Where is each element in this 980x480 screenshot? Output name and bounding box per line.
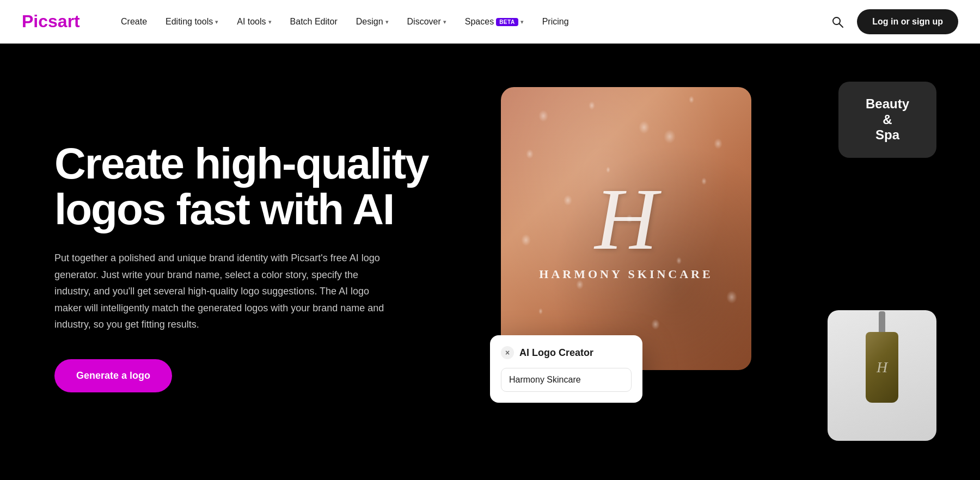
product-bottle: H xyxy=(860,332,904,419)
nav-design[interactable]: Design ▾ xyxy=(348,13,396,31)
popup-close-button[interactable]: × xyxy=(501,346,514,359)
navbar: Picsart Create Editing tools ▾ AI tools … xyxy=(0,0,980,44)
nav-pricing[interactable]: Pricing xyxy=(535,13,577,31)
nav-ai-tools[interactable]: AI tools ▾ xyxy=(229,13,279,31)
ai-logo-popup: × AI Logo Creator xyxy=(490,335,642,403)
spaces-beta-badge: BETA xyxy=(496,18,518,26)
hero-title: Create high-quality logos fast with AI xyxy=(54,141,436,232)
svg-line-2 xyxy=(840,24,843,28)
logo-brand-name: Harmony Skincare xyxy=(539,267,713,281)
bottle-pump xyxy=(879,311,885,333)
chevron-down-icon: ▾ xyxy=(215,19,218,26)
svg-text:Picsart: Picsart xyxy=(22,11,80,30)
beauty-spa-text: Beauty & Spa xyxy=(866,96,909,143)
nav-create[interactable]: Create xyxy=(113,13,155,31)
login-button[interactable]: Log in or sign up xyxy=(857,9,958,34)
nav-discover[interactable]: Discover ▾ xyxy=(400,13,454,31)
logo-monogram: H xyxy=(539,176,713,263)
ai-logo-input[interactable] xyxy=(501,368,632,392)
popup-title: AI Logo Creator xyxy=(519,347,593,359)
bottle-monogram: H xyxy=(877,359,887,376)
chevron-down-icon: ▾ xyxy=(385,19,389,26)
logo-card-content: H Harmony Skincare xyxy=(539,176,713,281)
hero-section: Create high-quality logos fast with AI P… xyxy=(0,44,980,480)
nav-right: Log in or sign up xyxy=(826,9,958,34)
product-card: H xyxy=(828,310,936,441)
bottle-body: H xyxy=(866,332,898,403)
chevron-down-icon: ▾ xyxy=(443,19,446,26)
search-icon xyxy=(831,15,844,28)
chevron-down-icon: ▾ xyxy=(268,19,272,26)
picsart-logo[interactable]: Picsart xyxy=(22,11,87,33)
nav-spaces[interactable]: Spaces BETA ▾ xyxy=(457,13,531,31)
nav-batch-editor[interactable]: Batch Editor xyxy=(283,13,345,31)
hero-description: Put together a polished and unique brand… xyxy=(54,250,392,333)
nav-links: Create Editing tools ▾ AI tools ▾ Batch … xyxy=(113,13,826,31)
search-button[interactable] xyxy=(826,11,848,33)
beauty-spa-card: Beauty & Spa xyxy=(838,82,936,158)
logo-card-main: H Harmony Skincare xyxy=(501,87,751,370)
popup-header: × AI Logo Creator xyxy=(501,346,632,359)
nav-editing-tools[interactable]: Editing tools ▾ xyxy=(158,13,226,31)
generate-logo-button[interactable]: Generate a logo xyxy=(54,359,172,392)
hero-left: Create high-quality logos fast with AI P… xyxy=(54,141,436,392)
chevron-down-icon: ▾ xyxy=(520,19,524,26)
hero-right: Beauty & Spa xyxy=(468,76,936,457)
